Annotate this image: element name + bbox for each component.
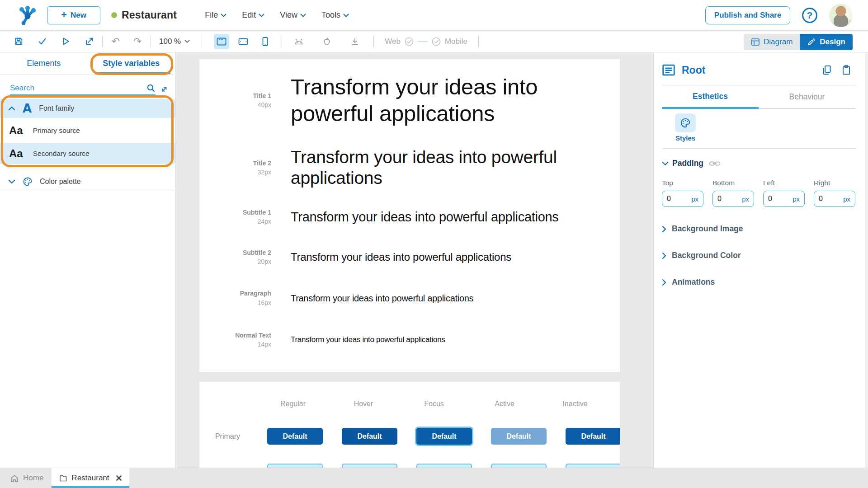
bottom-tab-bar: Home Restaurant [0, 468, 868, 488]
animations-section[interactable]: Animations [662, 277, 868, 287]
button-states-card[interactable]: Regular Hover Focus Active Inactive Prim… [199, 382, 620, 468]
primary-button-active[interactable]: Default [491, 428, 547, 445]
typography-row-title1[interactable]: Title 1 40px Transform your ideas into p… [199, 74, 620, 127]
search-input[interactable] [10, 84, 146, 93]
chevron-down-icon [259, 14, 264, 18]
chevron-up-icon [8, 106, 15, 111]
redo-icon[interactable]: ↷ [130, 37, 145, 47]
typography-row-title2[interactable]: Title 2 32px Transform your ideas into p… [199, 147, 620, 189]
padding-bottom-label: Bottom [712, 179, 763, 187]
desktop-icon [216, 37, 227, 46]
secondary-button-focus[interactable] [416, 464, 472, 468]
app-logo-icon[interactable] [17, 5, 38, 26]
tab-elements[interactable]: Elements [0, 52, 88, 74]
palette-icon [23, 177, 33, 187]
padding-left-unit: px [793, 195, 800, 203]
state-column-inactive: Inactive [549, 400, 601, 408]
chevron-down-icon [300, 14, 306, 18]
tab-style-variables[interactable]: Style variables [88, 52, 175, 74]
design-canvas[interactable]: Title 1 40px Transform your ideas into p… [175, 52, 653, 468]
save-button[interactable] [11, 34, 26, 49]
font-family-header[interactable]: A Font family [0, 99, 175, 118]
device-phone-button[interactable] [257, 34, 273, 49]
publish-and-share-button[interactable]: Publish and Share [705, 6, 790, 24]
device-tablet-button[interactable] [236, 34, 251, 49]
validate-button[interactable] [34, 34, 50, 49]
export-button[interactable] [81, 34, 97, 49]
type-style-size: 24px [199, 217, 271, 226]
font-source-row-secondary[interactable]: Aa Secondary source [0, 141, 175, 164]
paste-clipboard-icon[interactable] [842, 65, 851, 75]
padding-left-input[interactable] [768, 195, 786, 203]
secondary-button-hover[interactable] [342, 464, 397, 468]
padding-bottom-unit: px [742, 195, 749, 203]
background-image-section[interactable]: Background Image [662, 224, 868, 234]
tab-esthetics[interactable]: Esthetics [662, 85, 759, 109]
restaurant-tab[interactable]: Restaurant [52, 468, 129, 488]
padding-field-bottom: Bottom px [712, 179, 763, 207]
platform-toggle[interactable]: Web Mobile [385, 37, 467, 47]
typography-row-normal-text[interactable]: Normal Text 14px Transform your ideas in… [199, 331, 620, 349]
help-icon[interactable]: ? [802, 8, 817, 23]
padding-top-input[interactable] [667, 195, 685, 203]
chevron-right-icon [662, 225, 666, 233]
styles-label: Styles [671, 134, 700, 142]
divider [663, 148, 856, 149]
page-icon [59, 474, 67, 482]
chevron-down-icon [343, 14, 349, 18]
primary-button-hover[interactable]: Default [342, 428, 397, 445]
close-icon[interactable] [116, 475, 122, 481]
background-color-label: Background Color [672, 251, 741, 260]
state-column-hover: Hover [338, 400, 389, 408]
chevron-down-icon [8, 179, 15, 184]
primary-button-focus[interactable]: Default [416, 428, 472, 445]
menu-file[interactable]: File [205, 10, 226, 20]
link-values-icon[interactable] [709, 160, 721, 167]
padding-section-header[interactable]: Padding [662, 159, 868, 168]
header-bar: + New Restaurant File Edit View Tools [0, 0, 868, 31]
typography-row-paragraph[interactable]: Paragraph 16px Transform your ideas into… [199, 289, 620, 307]
type-style-name: Title 2 [199, 159, 271, 168]
device-desktop-button[interactable] [214, 34, 229, 49]
undo-icon[interactable]: ↶ [108, 37, 123, 47]
home-tab[interactable]: Home [0, 468, 52, 488]
tab-behaviour[interactable]: Behaviour [759, 85, 855, 109]
expand-panel-icon[interactable] [160, 85, 169, 94]
menu-view[interactable]: View [280, 10, 306, 20]
typography-row-subtitle2[interactable]: Subtitle 2 20px Transform your ideas int… [199, 248, 620, 267]
zoom-level-value: 100 % [159, 37, 181, 46]
menu-tools[interactable]: Tools [321, 10, 349, 20]
download-build-button[interactable] [347, 34, 363, 49]
secondary-button-regular[interactable] [267, 464, 323, 468]
new-button[interactable]: + New [47, 6, 100, 24]
padding-left-label: Left [763, 179, 814, 187]
design-view-button[interactable]: Design [800, 34, 853, 50]
padding-bottom-input[interactable] [717, 195, 736, 203]
padding-right-input[interactable] [819, 195, 837, 203]
ios-build-button[interactable] [319, 34, 335, 49]
diagram-view-button[interactable]: Diagram [744, 34, 800, 50]
project-info: Restaurant [111, 9, 177, 21]
primary-row-label: Primary [199, 432, 254, 441]
copy-icon[interactable] [822, 65, 832, 75]
preview-run-button[interactable] [58, 34, 73, 49]
secondary-button-inactive[interactable] [566, 464, 620, 468]
avatar[interactable] [829, 4, 853, 27]
primary-button-inactive[interactable]: Default [566, 428, 620, 445]
color-palette-section[interactable]: Color palette [0, 172, 175, 191]
background-color-section[interactable]: Background Color [662, 251, 868, 260]
android-build-button[interactable] [291, 34, 307, 49]
styles-item[interactable]: Styles [671, 113, 700, 142]
font-family-label: Font family [39, 104, 74, 113]
zoom-level-dropdown[interactable]: 100 % [156, 37, 193, 46]
primary-button-regular[interactable]: Default [267, 428, 323, 445]
menu-edit[interactable]: Edit [242, 10, 264, 20]
root-element-icon [662, 64, 675, 76]
secondary-button-active[interactable] [491, 464, 547, 468]
typography-row-subtitle1[interactable]: Subtitle 1 24px Transform your ideas int… [199, 208, 620, 226]
scrollbar-track[interactable] [865, 52, 868, 468]
font-source-row-primary[interactable]: Aa Primary source [0, 118, 175, 141]
typography-preview-card[interactable]: Title 1 40px Transform your ideas into p… [199, 59, 620, 372]
search-icon[interactable] [146, 84, 156, 93]
type-style-name: Normal Text [199, 331, 271, 340]
